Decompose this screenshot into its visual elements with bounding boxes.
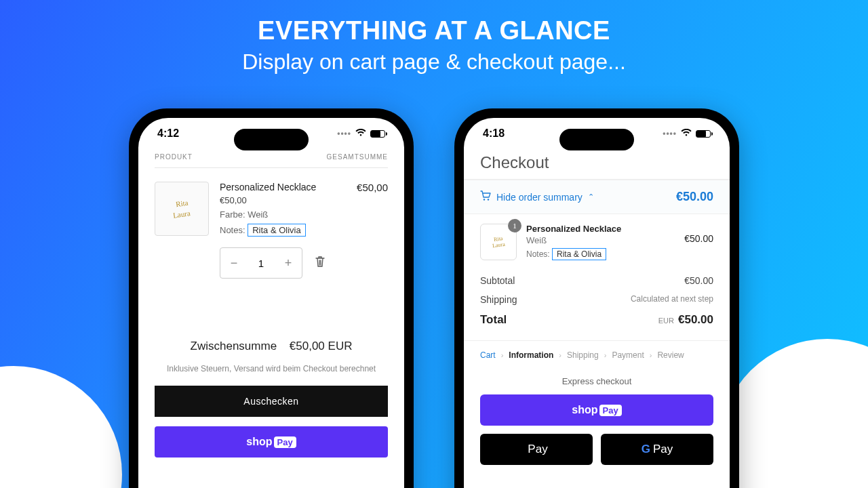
svg-point-1 (488, 199, 489, 200)
apple-pay-label: Pay (528, 443, 547, 456)
battery-icon (370, 130, 385, 138)
total-value: €50.00 (678, 313, 713, 326)
apple-pay-button[interactable]: Pay (480, 434, 593, 465)
line-total: €50,00 (357, 182, 388, 279)
crumb-payment: Payment (612, 350, 644, 360)
notes-value: Rita & Olivia (248, 224, 306, 237)
summary-total: €50.00 (676, 190, 713, 204)
notes-label: Notes: (526, 249, 550, 259)
shoppay-prefix: shop (572, 404, 597, 416)
notes-label: Notes: (220, 225, 245, 235)
shop-pay-button[interactable]: shopPay (155, 426, 388, 458)
wifi-icon (355, 128, 366, 139)
quantity-stepper[interactable]: − 1 + (220, 247, 302, 279)
google-pay-label: Pay (653, 443, 673, 456)
product-title[interactable]: Personalized Necklace (220, 182, 346, 192)
dynamic-island (559, 129, 634, 150)
checkout-button[interactable]: Auschecken (155, 386, 388, 417)
crumb-shipping: Shipping (567, 350, 599, 360)
product-unit-price: €50,00 (220, 195, 346, 205)
col-product-label: PRODUKT (155, 153, 193, 161)
svg-point-0 (484, 199, 485, 200)
total-currency: EUR (658, 317, 674, 325)
crumb-information: Information (509, 350, 553, 360)
product-thumbnail: RitaLaura 1 (480, 224, 517, 260)
shop-pay-button[interactable]: shopPay (480, 394, 713, 426)
tax-note: Inklusive Steuern, Versand wird beim Che… (155, 364, 388, 373)
google-pay-button[interactable]: G Pay (601, 434, 713, 465)
product-title: Personalized Necklace (526, 224, 675, 234)
phone-cart: 4:12 •••• PRODUKT GESAMTSUMME (129, 108, 414, 488)
banner-subtitle: Display on cart page & checkout page... (0, 49, 868, 75)
chevron-right-icon: › (604, 351, 607, 359)
cart-line-item: RitaLaura Personalized Necklace €50,00 F… (138, 168, 404, 279)
status-time: 4:12 (157, 127, 179, 140)
total-label: Total (480, 313, 507, 327)
subtotal-label: Subtotal (480, 275, 515, 286)
order-line-item: RitaLaura 1 Personalized Necklace Weiß N… (464, 214, 730, 267)
banner-title: EVERYTHING AT A GLANCE (0, 16, 868, 45)
shoppay-suffix: Pay (599, 405, 622, 416)
express-checkout-label: Express checkout (464, 369, 730, 394)
product-option: Farbe: Weiß (220, 209, 346, 220)
qty-decrease-button[interactable]: − (220, 248, 248, 278)
notes-value: Rita & Olivia (552, 248, 606, 260)
product-thumbnail[interactable]: RitaLaura (155, 182, 209, 236)
phone-checkout: 4:18 •••• Checkout (454, 108, 739, 488)
google-icon: G (642, 443, 650, 456)
crumb-cart[interactable]: Cart (480, 350, 496, 360)
order-summary-toggle[interactable]: Hide order summary ⌃ (480, 190, 594, 203)
breadcrumb: Cart › Information › Shipping › Payment … (464, 340, 730, 369)
qty-badge: 1 (508, 219, 521, 232)
summary-toggle-label: Hide order summary (496, 192, 583, 203)
dynamic-island (234, 129, 309, 150)
line-price: €50.00 (684, 224, 713, 244)
chevron-right-icon: › (501, 351, 504, 359)
shoppay-prefix: shop (246, 436, 272, 448)
subtotal-value: €50,00 EUR (290, 340, 353, 352)
product-variant: Weiß (526, 235, 675, 245)
shipping-value: Calculated at next step (631, 294, 713, 305)
shipping-label: Shipping (480, 294, 517, 305)
status-time: 4:18 (483, 127, 505, 140)
shoppay-suffix: Pay (274, 436, 296, 448)
cellular-icon: •••• (337, 129, 351, 138)
remove-item-button[interactable] (315, 256, 326, 270)
cart-icon (480, 190, 491, 203)
wifi-icon (681, 128, 692, 139)
subtotal-value: €50.00 (684, 275, 713, 286)
chevron-up-icon: ⌃ (588, 192, 594, 201)
chevron-right-icon: › (559, 351, 561, 359)
qty-value: 1 (248, 258, 275, 269)
chevron-right-icon: › (650, 351, 652, 359)
battery-icon (696, 130, 711, 138)
crumb-review: Review (657, 350, 684, 360)
col-total-label: GESAMTSUMME (327, 153, 388, 161)
cellular-icon: •••• (663, 129, 677, 138)
subtotal-label: Zwischensumme (191, 340, 277, 352)
qty-increase-button[interactable]: + (275, 248, 302, 278)
